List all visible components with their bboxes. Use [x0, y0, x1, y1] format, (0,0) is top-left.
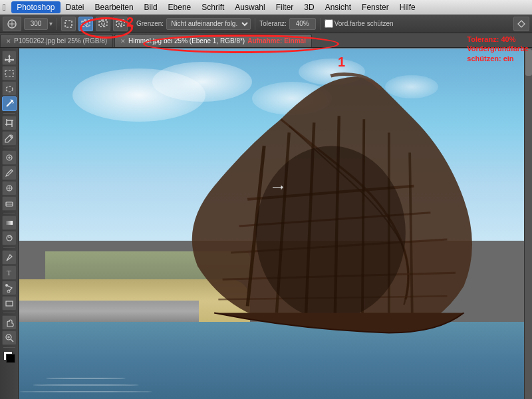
type-btn[interactable]: T: [2, 265, 17, 280]
canvas-area: ⭢: [19, 48, 532, 399]
menu-hilfe[interactable]: Hilfe: [394, 1, 421, 13]
left-toolbar: T: [0, 48, 19, 399]
tabs-bar: ✕ P1050262.jpg bei 25% (RGB/8) ✕ Himmel.…: [0, 33, 532, 48]
spot-healing-btn[interactable]: [2, 150, 17, 165]
apple-logo-icon[interactable]: : [3, 2, 6, 13]
main-area: T: [0, 48, 532, 399]
foreground-color-swatch[interactable]: [6, 354, 15, 363]
toolbar-divider-1: [3, 113, 15, 114]
scroll-thumb[interactable]: [525, 49, 532, 76]
svg-text:T: T: [7, 269, 11, 277]
tab-himmel[interactable]: ✕ Himmel.jpg bei 25% (Ebene 1, RGB/8*) A…: [114, 34, 312, 47]
menu-bild[interactable]: Bild: [139, 1, 163, 13]
intersect-selection-btn[interactable]: [113, 17, 128, 31]
new-selection-btn[interactable]: [61, 17, 76, 31]
vorderfarbe-checkbox[interactable]: [325, 19, 333, 28]
svg-line-37: [11, 339, 13, 342]
image-canvas[interactable]: ⭢: [19, 49, 531, 399]
menu-ansicht[interactable]: Ansicht: [320, 1, 356, 13]
separator-2: [132, 18, 132, 30]
lasso-btn[interactable]: [2, 81, 17, 96]
wave-2: [33, 384, 139, 386]
svg-point-30: [7, 235, 12, 241]
tab-close-icon[interactable]: ✕: [6, 38, 11, 45]
tab-annotation: Aufnahme: Einmal: [247, 37, 306, 45]
add-selection-btn[interactable]: +: [78, 17, 93, 31]
svg-point-13: [6, 86, 13, 92]
tab-p1050262[interactable]: ✕ P1050262.jpg bei 25% (RGB/8): [0, 34, 113, 47]
ship-svg: [148, 66, 481, 346]
menu-bearbeiten[interactable]: Bearbeiten: [90, 1, 139, 13]
menu-datei[interactable]: Datei: [61, 1, 90, 13]
svg-point-15: [11, 100, 13, 102]
menu-bar:  Photoshop Datei Bearbeiten Bild Ebene …: [0, 0, 532, 15]
svg-point-33: [5, 284, 8, 287]
eraser-btn[interactable]: [2, 196, 17, 211]
brush-btn[interactable]: [2, 166, 17, 180]
toolbar-divider-5: [3, 313, 15, 313]
subtract-selection-btn[interactable]: -: [96, 17, 110, 31]
menu-fenster[interactable]: Fenster: [356, 1, 394, 13]
svg-rect-29: [6, 221, 13, 225]
crop-btn[interactable]: [2, 116, 17, 130]
toolbar-divider-2: [3, 148, 15, 148]
svg-line-14: [7, 102, 11, 106]
svg-point-31: [8, 236, 11, 238]
refine-edge-btn[interactable]: [513, 17, 529, 31]
magic-wand-btn[interactable]: [2, 96, 17, 111]
tab-close-icon-2[interactable]: ✕: [120, 38, 126, 45]
svg-rect-3: [65, 21, 72, 27]
path-select-btn[interactable]: [2, 281, 17, 295]
gradient-btn[interactable]: [2, 215, 17, 230]
grenzen-select[interactable]: Nicht aufeinander folg. Zusammenhängend …: [166, 18, 251, 30]
toleranz-input[interactable]: [289, 18, 316, 30]
zoom-input[interactable]: [24, 18, 48, 30]
tab-label-1: P1050262.jpg bei 25% (RGB/8): [14, 37, 107, 45]
svg-rect-12: [5, 70, 13, 76]
svg-text:-: -: [104, 24, 106, 29]
move-tool-btn[interactable]: [2, 51, 17, 65]
menu-auswahl[interactable]: Auswahl: [229, 1, 270, 13]
separator-3: [255, 18, 255, 30]
tool-preset-picker[interactable]: [3, 17, 21, 31]
toleranz-label: Toleranz:: [259, 20, 287, 27]
pen-btn[interactable]: [2, 250, 17, 265]
toolbar-divider-3: [3, 213, 15, 213]
svg-text:+: +: [87, 24, 90, 29]
zoom-btn[interactable]: [2, 331, 17, 345]
menu-3d[interactable]: 3D: [299, 1, 319, 13]
svg-line-16: [13, 102, 14, 104]
options-bar: ▾ + - Grenzen: Nicht aufeinander folg. Z…: [0, 15, 532, 33]
shape-btn[interactable]: [2, 296, 17, 311]
wave-1: [46, 378, 126, 379]
eyedropper-btn[interactable]: [2, 131, 17, 146]
rectangle-select-btn[interactable]: [2, 66, 17, 80]
toolbar-divider-4: [3, 247, 15, 248]
clone-stamp-btn[interactable]: [2, 181, 17, 196]
menu-schrift[interactable]: Schrift: [196, 1, 229, 13]
grenzen-label: Grenzen:: [136, 20, 164, 27]
svg-point-52: [255, 146, 405, 319]
color-swatch-wrap[interactable]: [2, 350, 17, 364]
svg-rect-35: [6, 301, 13, 306]
tab-label-2: Himmel.jpg bei 25% (Ebene 1, RGB/8*): [128, 37, 245, 45]
hand-btn[interactable]: [2, 315, 17, 330]
menu-photoshop[interactable]: Photoshop: [11, 1, 60, 13]
separator-1: [57, 18, 57, 30]
vertical-scrollbar[interactable]: [524, 48, 532, 399]
menu-filter[interactable]: Filter: [271, 1, 299, 13]
vorderfarbe-wrap: Vord.farbe schützen: [325, 19, 394, 28]
separator-4: [320, 18, 321, 30]
menu-ebene[interactable]: Ebene: [163, 1, 197, 13]
canvas-content: ⭢: [19, 48, 532, 399]
dodge-btn[interactable]: [2, 231, 17, 245]
toolbar-divider-6: [3, 347, 15, 348]
wave-3: [19, 391, 152, 392]
vorderfarbe-label: Vord.farbe schützen: [334, 20, 394, 27]
svg-line-17: [11, 99, 12, 100]
